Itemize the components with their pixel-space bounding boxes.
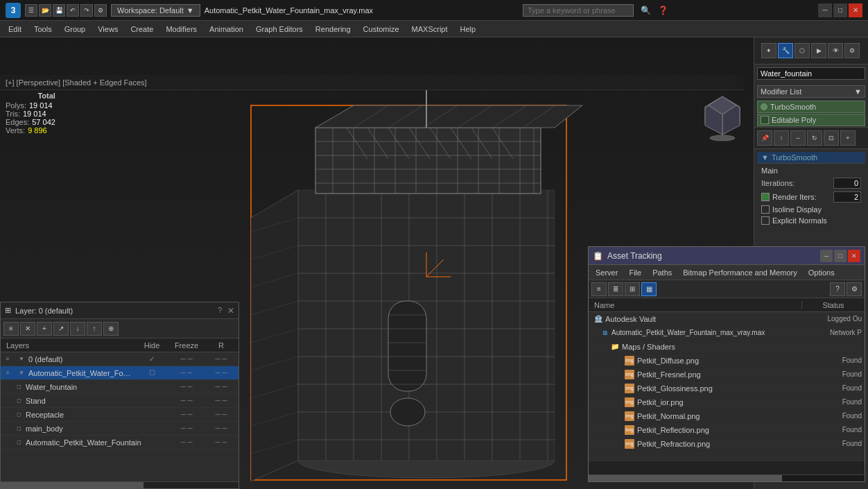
menu-animation[interactable]: Animation (204, 24, 249, 35)
asset-scrollbar-thumb[interactable] (589, 475, 782, 481)
asset-row-normal[interactable]: img Petkit_Normal.png Found (589, 409, 865, 423)
save-icon[interactable]: 💾 (53, 4, 65, 17)
menu-views[interactable]: Views (92, 24, 123, 35)
scale-icon[interactable]: ⊡ (824, 130, 839, 146)
undo-icon[interactable]: ↶ (67, 4, 79, 17)
layer-row-mainbody[interactable]: ◻ main_body ─ ─ ─ ─ (1, 422, 238, 436)
help-icon[interactable]: ❓ (658, 6, 668, 15)
asset-btn-list2[interactable]: ≣ (608, 282, 623, 296)
layer-btn-extra[interactable]: ⊕ (103, 322, 119, 336)
menu-group[interactable]: Group (59, 24, 92, 35)
menu-rendering[interactable]: Rendering (310, 24, 356, 35)
menu-maxscript[interactable]: MAXScript (406, 24, 453, 35)
redo-icon[interactable]: ↷ (80, 4, 93, 17)
asset-row-reflection[interactable]: img Petkit_Reflection.png Found (589, 423, 865, 437)
modifier-dot-icon (761, 103, 767, 110)
modifier-editable-poly[interactable]: Editable Poly (757, 114, 865, 126)
asset-scrollbar[interactable] (589, 474, 865, 481)
move-icon[interactable]: ↔ (790, 130, 806, 146)
menu-edit[interactable]: Edit (3, 24, 27, 35)
asset-row-ior[interactable]: img Petkit_ior.png Found (589, 395, 865, 409)
chevron-down-icon: ▼ (186, 6, 194, 15)
asset-menu-bitmap[interactable]: Bitmap Performance and Memory (679, 268, 801, 277)
layer-btn-select[interactable]: ↗ (53, 322, 69, 336)
extra-icon[interactable]: + (840, 130, 856, 146)
asset-btn-list1[interactable]: ≡ (591, 282, 607, 296)
layer-btn-delete[interactable]: ✕ (20, 322, 35, 336)
modifier-turbosmooth[interactable]: TurboSmooth (757, 101, 865, 113)
layer-row-water[interactable]: ◻ Water_fountain ─ ─ ─ ─ (1, 380, 238, 394)
settings-icon[interactable]: ⚙ (94, 4, 107, 17)
utilities-icon[interactable]: ⚙ (844, 43, 860, 58)
ts-iterations-input[interactable] (833, 178, 861, 189)
search-icon[interactable]: 🔍 (641, 6, 651, 15)
hierarchy-icon[interactable]: ⬡ (795, 43, 810, 58)
ts-render-checkbox[interactable] (761, 193, 770, 201)
ts-explicit-checkbox[interactable] (761, 216, 770, 225)
asset-btn-settings[interactable]: ⚙ (847, 282, 862, 296)
layer-row-receptacle[interactable]: ◻ Receptacle ─ ─ ─ ─ (1, 408, 238, 422)
maximize-button[interactable]: □ (833, 3, 847, 17)
asset-row-maps[interactable]: 📁 Maps / Shaders (589, 340, 865, 354)
layer-row-default[interactable]: ≡ ▼ 0 (default) ✓ ─ ─ ─ ─ (1, 352, 238, 366)
ts-isoline-checkbox[interactable] (761, 205, 770, 214)
layer-panel-scrollbar-thumb[interactable] (1, 482, 144, 488)
turbosmooth-title[interactable]: ▼ TurboSmooth (757, 152, 865, 164)
menu-graph-editors[interactable]: Graph Editors (250, 24, 309, 35)
asset-menu-options[interactable]: Options (804, 268, 839, 277)
rotate-icon[interactable]: ↻ (807, 130, 822, 146)
minimize-button[interactable]: ─ (818, 3, 832, 17)
ts-render-input[interactable] (833, 191, 861, 203)
layer-btn-add[interactable]: + (37, 322, 52, 336)
modifier-list-dropdown-icon[interactable]: ▼ (854, 87, 862, 96)
asset-row-diffuse[interactable]: img Petkit_Diffuse.png Found (589, 354, 865, 368)
workspace-button[interactable]: Workspace: Default ▼ (111, 4, 200, 17)
menu-modifiers[interactable]: Modifiers (160, 24, 202, 35)
layer-panel-close[interactable]: ✕ (227, 306, 234, 316)
asset-maximize-btn[interactable]: □ (834, 250, 847, 262)
menu-customize[interactable]: Customize (358, 24, 405, 35)
pin-icon[interactable]: 📌 (757, 130, 772, 146)
asset-menu-paths[interactable]: Paths (648, 268, 676, 277)
layer-row-stand[interactable]: ◻ Stand ─ ─ ─ ─ (1, 394, 238, 408)
asset-col-status: Status (802, 301, 865, 309)
asset-minimize-btn[interactable]: ─ (820, 250, 833, 262)
close-button[interactable]: ✕ (849, 3, 862, 17)
menu-tools[interactable]: Tools (28, 24, 58, 35)
layer-row-automatic[interactable]: ≡ ▼ Automatic_Petkit_Water_Fountain ☐ ─ … (1, 366, 238, 380)
asset-close-btn[interactable]: ✕ (848, 250, 860, 262)
layer-receptacle-icon: ◻ (13, 409, 24, 420)
menu-help[interactable]: Help (455, 24, 482, 35)
asset-row-glossiness[interactable]: img Petkit_Glossiness.png Found (589, 381, 865, 395)
layer-btn-move-up[interactable]: ↑ (87, 322, 102, 336)
nav-cube[interactable] (698, 93, 747, 141)
asset-btn-help[interactable]: ? (830, 282, 845, 296)
layer-default-check: ✓ (134, 355, 169, 363)
select-icon[interactable]: ↑ (774, 130, 789, 146)
layer-btn-layers[interactable]: ≡ (3, 322, 19, 336)
modifier-checkbox-icon[interactable] (761, 116, 769, 124)
display-icon[interactable]: 👁 (828, 43, 843, 58)
motion-icon[interactable]: ▶ (811, 43, 826, 58)
asset-row-vault[interactable]: 🏦 Autodesk Vault Logged Ou (589, 312, 865, 326)
open-icon[interactable]: 📂 (39, 4, 51, 17)
menu-create[interactable]: Create (125, 24, 159, 35)
asset-btn-list3[interactable]: ⊞ (625, 282, 640, 296)
asset-btn-list4[interactable]: ▦ (641, 282, 657, 296)
asset-menu-file[interactable]: File (625, 268, 645, 277)
layer-panel-scrollbar[interactable] (1, 481, 238, 488)
layer-btn-move-down[interactable]: ↓ (70, 322, 85, 336)
layer-panel-help[interactable]: ? (218, 306, 222, 316)
create-icon[interactable]: ✦ (761, 43, 776, 58)
layer-auto-checkbox[interactable]: ☐ (134, 369, 169, 377)
asset-row-maxfile[interactable]: 🗎 Automatic_Petkit_Water_Fountain_max_vr… (589, 326, 865, 340)
object-name-field[interactable] (757, 67, 865, 80)
new-icon[interactable]: ☰ (25, 4, 37, 17)
asset-row-refraction[interactable]: img Petkit_Refraction.png Found (589, 437, 865, 451)
asset-menu-server[interactable]: Server (591, 268, 622, 277)
asset-row-fresnel[interactable]: img Petkit_Fresnel.png Found (589, 368, 865, 381)
layer-default-expand-icon: ▼ (16, 354, 27, 365)
modify-icon[interactable]: 🔧 (778, 43, 793, 58)
layer-row-autoname2[interactable]: ◻ Automatic_Petkit_Water_Fountain ─ ─ ─ … (1, 436, 238, 449)
search-input[interactable] (523, 4, 634, 17)
